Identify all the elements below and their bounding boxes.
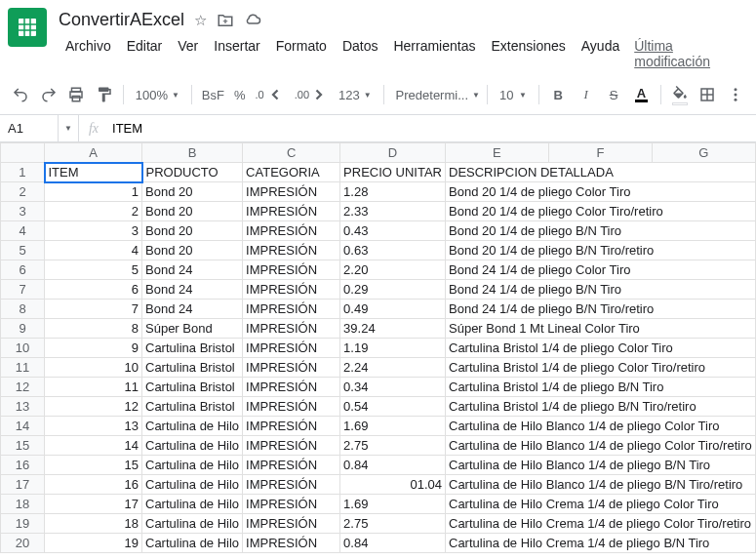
col-header-F[interactable]: F: [548, 143, 652, 163]
font-size-select[interactable]: 10▼: [494, 82, 533, 107]
cell-D3[interactable]: 2.33: [340, 202, 446, 221]
row-header-12[interactable]: 12: [1, 378, 45, 397]
cell-C6[interactable]: IMPRESIÓN: [243, 260, 340, 280]
move-icon[interactable]: [217, 12, 234, 29]
cell-E15[interactable]: Cartulina de Hilo Blanco 1/4 de pliego C…: [446, 436, 756, 456]
cell-B13[interactable]: Cartulina Bristol: [142, 397, 243, 417]
row-header-3[interactable]: 3: [1, 202, 45, 221]
text-color-button[interactable]: A: [628, 81, 654, 108]
cell-E2[interactable]: Bond 20 1/4 de pliego Color Tiro: [446, 182, 756, 202]
cell-A18[interactable]: 17: [45, 495, 142, 514]
cell-A12[interactable]: 11: [45, 378, 142, 397]
menu-formato[interactable]: Formato: [269, 34, 334, 73]
cell-D11[interactable]: 2.24: [340, 358, 446, 378]
menu-herramientas[interactable]: Herramientas: [386, 34, 482, 73]
currency-button[interactable]: BsF: [198, 88, 228, 102]
cell-E3[interactable]: Bond 20 1/4 de pliego Color Tiro/retiro: [446, 202, 756, 221]
cell-D19[interactable]: 2.75: [340, 514, 446, 534]
cell-C18[interactable]: IMPRESIÓN: [243, 495, 340, 514]
row-header-8[interactable]: 8: [1, 300, 45, 319]
menu-archivo[interactable]: Archivo: [59, 34, 118, 73]
cell-A11[interactable]: 10: [45, 358, 142, 378]
row-header-14[interactable]: 14: [1, 417, 45, 436]
cell-B18[interactable]: Cartulina de Hilo: [142, 495, 243, 514]
row-header-20[interactable]: 20: [1, 534, 45, 553]
menu-ayuda[interactable]: Ayuda: [575, 34, 626, 73]
cell-D17[interactable]: 01.04: [340, 475, 446, 495]
cell-A7[interactable]: 6: [45, 280, 142, 300]
cell-C5[interactable]: IMPRESIÓN: [243, 241, 340, 260]
cell-C1[interactable]: CATEGORIA: [243, 163, 340, 182]
cell-C12[interactable]: IMPRESIÓN: [243, 378, 340, 397]
col-header-A[interactable]: A: [45, 143, 142, 163]
col-header-B[interactable]: B: [142, 143, 243, 163]
cell-D8[interactable]: 0.49: [340, 300, 446, 319]
cell-E1[interactable]: DESCRIPCION DETALLADA: [446, 163, 756, 182]
cell-E11[interactable]: Cartulina Bristol 1/4 de pliego Color Ti…: [446, 358, 756, 378]
font-select[interactable]: Predetermi...▼: [390, 82, 482, 107]
strikethrough-button[interactable]: S: [601, 81, 626, 108]
row-header-2[interactable]: 2: [1, 182, 45, 202]
cell-D7[interactable]: 0.29: [340, 280, 446, 300]
cell-C13[interactable]: IMPRESIÓN: [243, 397, 340, 417]
cell-B11[interactable]: Cartulina Bristol: [142, 358, 243, 378]
row-header-17[interactable]: 17: [1, 475, 45, 495]
cell-D9[interactable]: 39.24: [340, 319, 446, 339]
menu-editar[interactable]: Editar: [120, 34, 170, 73]
row-header-16[interactable]: 16: [1, 456, 45, 475]
select-all-corner[interactable]: [1, 143, 45, 163]
menu-insertar[interactable]: Insertar: [207, 34, 266, 73]
row-header-1[interactable]: 1: [1, 163, 45, 182]
cell-E14[interactable]: Cartulina de Hilo Blanco 1/4 de pliego C…: [446, 417, 756, 436]
cell-B16[interactable]: Cartulina de Hilo: [142, 456, 243, 475]
cell-D18[interactable]: 1.69: [340, 495, 446, 514]
cell-E12[interactable]: Cartulina Bristol 1/4 de pliego B/N Tiro: [446, 378, 756, 397]
cell-C2[interactable]: IMPRESIÓN: [243, 182, 340, 202]
cell-C7[interactable]: IMPRESIÓN: [243, 280, 340, 300]
undo-button[interactable]: [8, 81, 33, 108]
cell-B6[interactable]: Bond 24: [142, 260, 243, 280]
more-button[interactable]: [723, 81, 748, 108]
cell-D15[interactable]: 2.75: [340, 436, 446, 456]
cell-C14[interactable]: IMPRESIÓN: [243, 417, 340, 436]
cell-B8[interactable]: Bond 24: [142, 300, 243, 319]
row-header-4[interactable]: 4: [1, 221, 45, 241]
grid-area[interactable]: ABCDEFG1ITEMPRODUCTOCATEGORIAPRECIO UNIT…: [0, 142, 756, 560]
cell-A6[interactable]: 5: [45, 260, 142, 280]
sheets-logo[interactable]: [8, 8, 47, 47]
cell-A3[interactable]: 2: [45, 202, 142, 221]
cell-B9[interactable]: Súper Bond: [142, 319, 243, 339]
row-header-11[interactable]: 11: [1, 358, 45, 378]
cell-C16[interactable]: IMPRESIÓN: [243, 456, 340, 475]
row-header-13[interactable]: 13: [1, 397, 45, 417]
cell-D5[interactable]: 0.63: [340, 241, 446, 260]
italic-button[interactable]: I: [573, 81, 598, 108]
cell-E18[interactable]: Cartulina de Hilo Crema 1/4 de pliego Co…: [446, 495, 756, 514]
print-button[interactable]: [63, 81, 89, 108]
name-box-dropdown[interactable]: ▼: [59, 115, 79, 141]
cell-C11[interactable]: IMPRESIÓN: [243, 358, 340, 378]
increase-decimal-button[interactable]: .00: [291, 81, 331, 108]
menu-datos[interactable]: Datos: [336, 34, 385, 73]
cell-E10[interactable]: Cartulina Bristol 1/4 de pliego Color Ti…: [446, 339, 756, 358]
cell-C9[interactable]: IMPRESIÓN: [243, 319, 340, 339]
col-header-G[interactable]: G: [652, 143, 755, 163]
menu-extensiones[interactable]: Extensiones: [484, 34, 572, 73]
cell-A13[interactable]: 12: [45, 397, 142, 417]
row-header-6[interactable]: 6: [1, 260, 45, 280]
cell-C10[interactable]: IMPRESIÓN: [243, 339, 340, 358]
cell-B7[interactable]: Bond 24: [142, 280, 243, 300]
cell-B10[interactable]: Cartulina Bristol: [142, 339, 243, 358]
cell-E4[interactable]: Bond 20 1/4 de pliego B/N Tiro: [446, 221, 756, 241]
cell-B3[interactable]: Bond 20: [142, 202, 243, 221]
formula-input[interactable]: [108, 115, 756, 141]
cell-E13[interactable]: Cartulina Bristol 1/4 de pliego B/N Tiro…: [446, 397, 756, 417]
cell-D10[interactable]: 1.19: [340, 339, 446, 358]
cell-D13[interactable]: 0.54: [340, 397, 446, 417]
cell-E6[interactable]: Bond 24 1/4 de pliego Color Tiro: [446, 260, 756, 280]
cell-A9[interactable]: 8: [45, 319, 142, 339]
name-box[interactable]: A1: [0, 115, 59, 141]
cell-C19[interactable]: IMPRESIÓN: [243, 514, 340, 534]
cell-C3[interactable]: IMPRESIÓN: [243, 202, 340, 221]
cell-E16[interactable]: Cartulina de Hilo Blanco 1/4 de pliego B…: [446, 456, 756, 475]
